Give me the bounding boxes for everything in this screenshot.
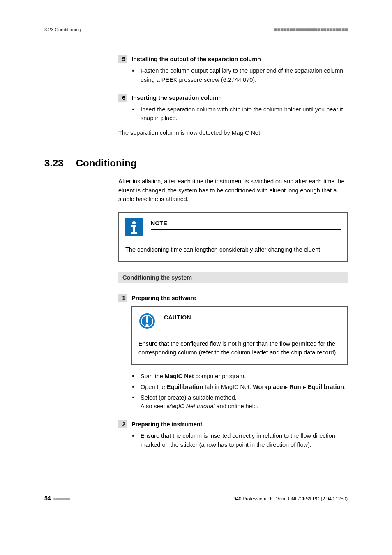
step-2-bullet-1: Ensure that the column is inserted corre…	[131, 432, 348, 450]
triangle-icon: ▶	[284, 385, 288, 389]
step-6-title: Inserting the separation column	[131, 95, 222, 101]
step-6-bullet-1: Insert the separation column with chip i…	[131, 105, 348, 123]
svg-rect-8	[146, 316, 148, 323]
step-2: 2 Preparing the instrument Ensure that t…	[118, 420, 348, 450]
svg-point-9	[146, 324, 149, 327]
section-intro-paragraph: After installation, after each time the …	[118, 177, 348, 204]
page-footer: 54 ■■■■■■■■ 940 Professional IC Vario ON…	[44, 495, 348, 502]
section-3-23-heading: 3.23 Conditioning	[44, 157, 348, 169]
header-dashes: ■■■■■■■■■■■■■■■■■■■■■■■■	[274, 26, 348, 33]
section-number: 3.23	[44, 157, 64, 169]
caution-box: CAUTION Ensure that the configured flow …	[131, 306, 348, 365]
step-1-bullet-1: Start the MagIC Net computer program.	[131, 372, 348, 381]
section-title: Conditioning	[76, 157, 137, 169]
page-header: 3.23 Conditioning ■■■■■■■■■■■■■■■■■■■■■■…	[44, 26, 348, 33]
note-body: The conditioning time can lengthen consi…	[125, 245, 341, 254]
step-5-number: 5	[118, 55, 127, 63]
step-1-title: Preparing the software	[131, 295, 196, 301]
step-6-after-text: The separation column is now detected by…	[118, 129, 348, 138]
caution-body: Ensure that the configured flow is not h…	[138, 340, 341, 357]
step-6-number: 6	[118, 94, 127, 102]
step-1: 1 Preparing the software CAUTION Ensure …	[118, 294, 348, 411]
step-1-bullet-3: Select (or create) a suitable method. Al…	[131, 393, 348, 412]
caution-label: CAUTION	[164, 312, 341, 324]
caution-icon	[138, 312, 156, 332]
note-label: NOTE	[151, 218, 341, 230]
svg-rect-3	[133, 225, 135, 233]
step-1-number: 1	[118, 294, 127, 302]
svg-point-1	[132, 221, 136, 224]
step-5: 5 Installing the output of the separatio…	[118, 55, 348, 85]
step-1-bullet-2: Open the Equilibration tab in MagIC Net:…	[131, 383, 348, 392]
step-5-title: Installing the output of the separation …	[131, 56, 261, 62]
step-2-number: 2	[118, 420, 127, 428]
header-left: 3.23 Conditioning	[44, 27, 81, 32]
triangle-icon: ▶	[303, 385, 306, 389]
note-box: NOTE The conditioning time can lengthen …	[118, 212, 348, 262]
subsection-heading: Conditioning the system	[118, 272, 348, 283]
step-5-bullet-1: Fasten the column output capillary to th…	[131, 67, 348, 85]
step-2-title: Preparing the instrument	[131, 421, 202, 428]
footer-dashes: ■■■■■■■■	[53, 497, 70, 501]
svg-rect-4	[131, 232, 137, 234]
step-6: 6 Inserting the separation column Insert…	[118, 94, 348, 138]
info-icon	[125, 218, 143, 238]
footer-right: 940 Professional IC Vario ONE/ChS/LPG (2…	[233, 496, 348, 501]
page-number: 54	[44, 495, 51, 502]
